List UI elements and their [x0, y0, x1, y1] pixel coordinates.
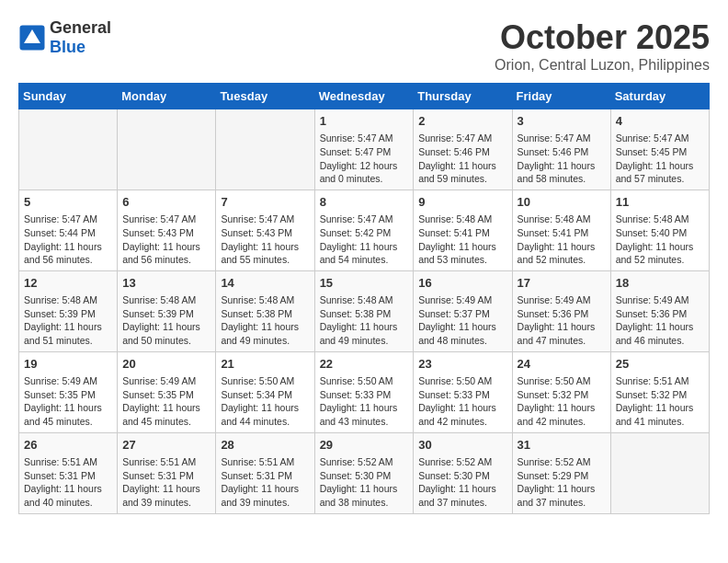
calendar-cell: 29Sunrise: 5:52 AMSunset: 5:30 PMDayligh… [314, 432, 414, 513]
day-info: Sunset: 5:43 PM [122, 226, 210, 240]
day-info: Sunrise: 5:52 AM [320, 455, 409, 469]
weekday-sunday: Sunday [19, 84, 118, 109]
calendar-body: 1Sunrise: 5:47 AMSunset: 5:47 PMDaylight… [19, 109, 710, 514]
day-number: 6 [122, 194, 210, 211]
day-number: 2 [418, 113, 506, 130]
day-info: Sunset: 5:40 PM [616, 226, 704, 240]
day-info: Sunrise: 5:51 AM [616, 374, 704, 388]
month-title: October 2025 [495, 18, 710, 57]
calendar-cell: 31Sunrise: 5:52 AMSunset: 5:29 PMDayligh… [512, 432, 610, 513]
day-number: 13 [122, 275, 210, 292]
day-info: Sunset: 5:33 PM [320, 388, 409, 402]
calendar-cell: 27Sunrise: 5:51 AMSunset: 5:31 PMDayligh… [118, 432, 216, 513]
day-info: Sunset: 5:35 PM [24, 388, 112, 402]
day-number: 4 [616, 113, 704, 130]
day-info: Sunrise: 5:47 AM [518, 132, 606, 145]
calendar-cell: 22Sunrise: 5:50 AMSunset: 5:33 PMDayligh… [314, 351, 414, 432]
location: Orion, Central Luzon, Philippines [495, 57, 710, 74]
day-info: Sunrise: 5:48 AM [418, 213, 506, 226]
calendar-cell: 20Sunrise: 5:49 AMSunset: 5:35 PMDayligh… [118, 351, 216, 432]
day-info: Daylight: 11 hours and 47 minutes. [518, 320, 606, 347]
day-info: Sunset: 5:30 PM [418, 469, 506, 483]
day-info: Sunrise: 5:51 AM [221, 455, 309, 469]
day-number: 11 [616, 194, 704, 211]
day-info: Daylight: 11 hours and 53 minutes. [418, 240, 506, 267]
day-info: Sunset: 5:31 PM [122, 469, 210, 483]
day-info: Daylight: 11 hours and 43 minutes. [320, 401, 409, 428]
day-info: Sunrise: 5:49 AM [616, 293, 704, 307]
day-info: Daylight: 11 hours and 42 minutes. [518, 401, 606, 428]
calendar-cell: 1Sunrise: 5:47 AMSunset: 5:47 PMDaylight… [314, 109, 414, 190]
day-info: Daylight: 11 hours and 37 minutes. [518, 482, 606, 509]
day-number: 7 [221, 194, 309, 211]
calendar-cell: 30Sunrise: 5:52 AMSunset: 5:30 PMDayligh… [414, 432, 512, 513]
calendar-cell: 7Sunrise: 5:47 AMSunset: 5:43 PMDaylight… [216, 190, 314, 270]
day-info: Daylight: 11 hours and 39 minutes. [122, 482, 210, 509]
day-number: 17 [518, 275, 606, 292]
calendar-cell: 2Sunrise: 5:47 AMSunset: 5:46 PMDaylight… [414, 109, 512, 190]
calendar-cell: 25Sunrise: 5:51 AMSunset: 5:32 PMDayligh… [610, 351, 709, 432]
calendar-cell: 5Sunrise: 5:47 AMSunset: 5:44 PMDaylight… [19, 190, 118, 270]
day-info: Sunrise: 5:49 AM [418, 293, 506, 307]
day-info: Daylight: 11 hours and 55 minutes. [221, 240, 309, 267]
day-info: Sunset: 5:44 PM [24, 226, 112, 240]
logo-icon [18, 24, 46, 52]
day-number: 21 [221, 356, 309, 373]
weekday-saturday: Saturday [610, 84, 709, 109]
title-block: October 2025 Orion, Central Luzon, Phili… [495, 18, 710, 74]
week-row-3: 12Sunrise: 5:48 AMSunset: 5:39 PMDayligh… [19, 270, 710, 351]
day-info: Daylight: 11 hours and 56 minutes. [122, 240, 210, 267]
calendar-cell: 10Sunrise: 5:48 AMSunset: 5:41 PMDayligh… [512, 190, 610, 270]
day-info: Sunset: 5:35 PM [122, 388, 210, 402]
day-info: Sunset: 5:47 PM [320, 145, 409, 159]
weekday-thursday: Thursday [414, 84, 512, 109]
day-number: 5 [24, 194, 112, 211]
day-info: Sunset: 5:34 PM [221, 388, 309, 402]
day-info: Sunset: 5:32 PM [616, 388, 704, 402]
calendar-cell: 23Sunrise: 5:50 AMSunset: 5:33 PMDayligh… [414, 351, 512, 432]
day-number: 14 [221, 275, 309, 292]
calendar-cell: 26Sunrise: 5:51 AMSunset: 5:31 PMDayligh… [19, 432, 118, 513]
calendar-cell [216, 109, 314, 190]
calendar-cell: 9Sunrise: 5:48 AMSunset: 5:41 PMDaylight… [414, 190, 512, 270]
day-info: Daylight: 11 hours and 48 minutes. [418, 320, 506, 347]
day-info: Sunset: 5:29 PM [518, 469, 606, 483]
day-info: Sunrise: 5:49 AM [518, 293, 606, 307]
day-info: Sunrise: 5:50 AM [221, 374, 309, 388]
day-number: 15 [320, 275, 409, 292]
logo-text: General Blue [50, 18, 111, 57]
day-info: Sunset: 5:36 PM [616, 307, 704, 321]
day-info: Daylight: 11 hours and 38 minutes. [320, 482, 409, 509]
day-number: 9 [418, 194, 506, 211]
calendar-cell: 3Sunrise: 5:47 AMSunset: 5:46 PMDaylight… [512, 109, 610, 190]
day-info: Daylight: 11 hours and 50 minutes. [122, 320, 210, 347]
day-info: Sunrise: 5:51 AM [122, 455, 210, 469]
page-header: General Blue October 2025 Orion, Central… [18, 18, 710, 74]
day-info: Sunrise: 5:48 AM [122, 293, 210, 307]
week-row-5: 26Sunrise: 5:51 AMSunset: 5:31 PMDayligh… [19, 432, 710, 513]
day-info: Daylight: 11 hours and 40 minutes. [24, 482, 112, 509]
day-info: Sunrise: 5:50 AM [518, 374, 606, 388]
day-info: Daylight: 11 hours and 45 minutes. [24, 401, 112, 428]
day-info: Sunrise: 5:52 AM [418, 455, 506, 469]
day-info: Sunrise: 5:47 AM [616, 132, 704, 145]
day-number: 25 [616, 356, 704, 373]
weekday-header-row: SundayMondayTuesdayWednesdayThursdayFrid… [19, 84, 710, 109]
calendar-cell: 11Sunrise: 5:48 AMSunset: 5:40 PMDayligh… [610, 190, 709, 270]
day-number: 23 [418, 356, 506, 373]
day-info: Sunset: 5:32 PM [518, 388, 606, 402]
day-info: Sunset: 5:46 PM [518, 145, 606, 159]
day-info: Sunset: 5:43 PM [221, 226, 309, 240]
day-info: Sunset: 5:42 PM [320, 226, 409, 240]
day-info: Sunset: 5:31 PM [221, 469, 309, 483]
calendar-header: SundayMondayTuesdayWednesdayThursdayFrid… [19, 84, 710, 109]
week-row-2: 5Sunrise: 5:47 AMSunset: 5:44 PMDaylight… [19, 190, 710, 270]
day-number: 12 [24, 275, 112, 292]
day-info: Sunset: 5:36 PM [518, 307, 606, 321]
day-info: Sunrise: 5:48 AM [320, 293, 409, 307]
day-info: Daylight: 11 hours and 44 minutes. [221, 401, 309, 428]
day-info: Sunset: 5:41 PM [518, 226, 606, 240]
day-number: 30 [418, 437, 506, 454]
day-info: Sunset: 5:30 PM [320, 469, 409, 483]
day-info: Sunrise: 5:49 AM [122, 374, 210, 388]
